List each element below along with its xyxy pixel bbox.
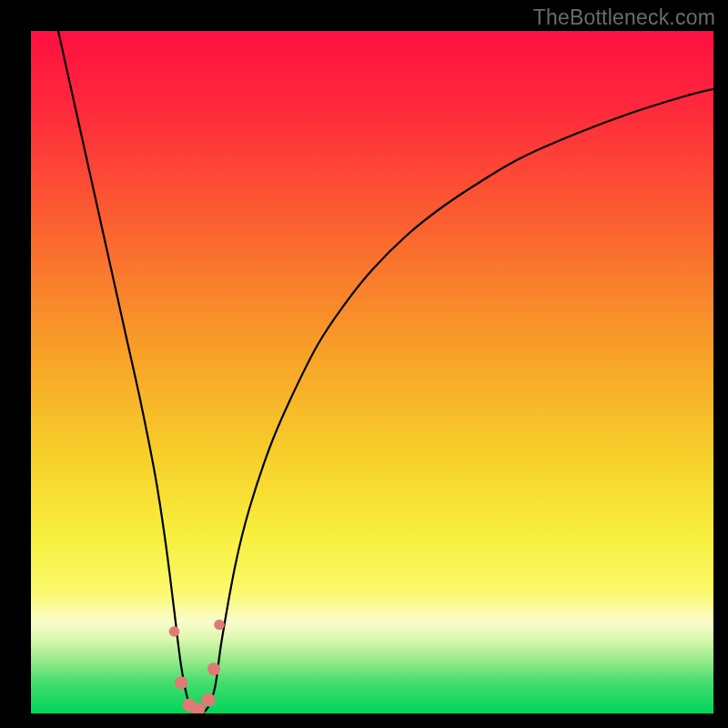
watermark-text: TheBottleneck.com [533,5,715,30]
highlight-marker [202,693,216,707]
bottleneck-curve [58,31,713,713]
chart-frame: TheBottleneck.com [0,0,728,728]
highlight-marker [207,662,220,675]
plot-area [31,31,713,713]
highlight-marker [214,620,225,631]
highlight-marker [169,626,180,637]
highlight-marker [175,676,187,689]
curve-layer [31,31,713,713]
highlight-markers [169,620,225,713]
